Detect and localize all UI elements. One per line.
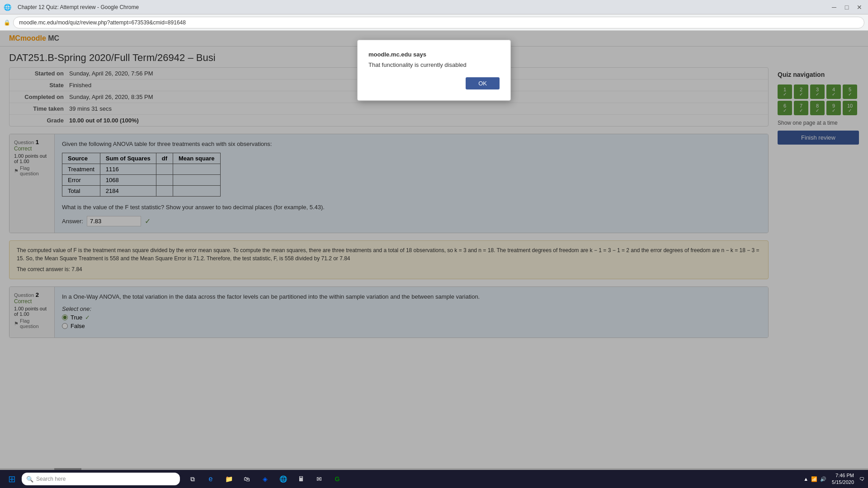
maximize-button[interactable]: □ [842, 2, 852, 12]
window-controls: ─ □ ✕ [829, 2, 864, 12]
browser-title: Chapter 12 Quiz: Attempt review - Google… [18, 4, 829, 10]
browser-toolbar: 🔒 [0, 14, 868, 31]
address-bar[interactable] [13, 17, 864, 28]
modal-dialog: moodle.mc.edu says That functionality is… [357, 40, 511, 101]
modal-ok-button[interactable]: OK [466, 77, 500, 89]
minimize-button[interactable]: ─ [829, 2, 839, 12]
lock-icon: 🔒 [4, 19, 10, 26]
modal-overlay: moodle.mc.edu says That functionality is… [0, 31, 868, 470]
modal-message-text: That functionality is currently disabled [368, 61, 500, 68]
browser-icon: 🌐 [4, 4, 11, 11]
browser-titlebar: 🌐 Chapter 12 Quiz: Attempt review - Goog… [0, 0, 868, 14]
modal-site-text: moodle.mc.edu says [368, 51, 500, 58]
close-button[interactable]: ✕ [854, 2, 864, 12]
page-wrapper: MCmoodle MC DAT251.B-Spring 2020/Full Te… [0, 31, 868, 470]
modal-actions: OK [368, 77, 500, 89]
